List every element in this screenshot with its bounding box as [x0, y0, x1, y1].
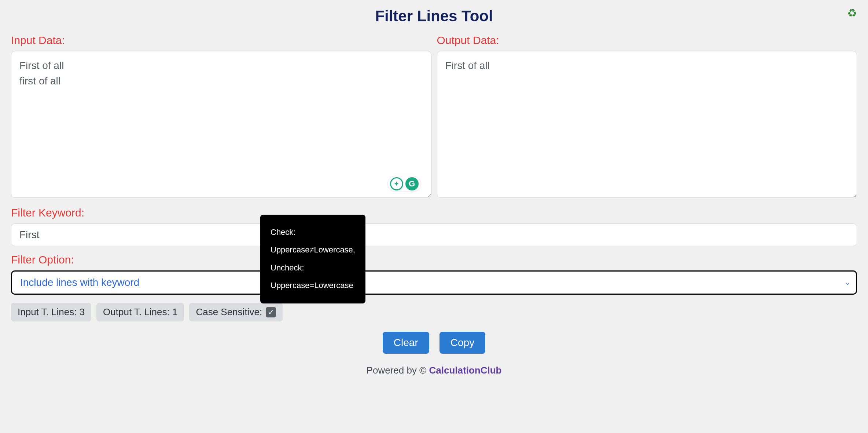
- case-sensitive-label: Case Sensitive:: [196, 306, 262, 318]
- recycle-icon[interactable]: ♻: [847, 7, 857, 19]
- case-sensitive-checkbox[interactable]: ✓: [266, 307, 276, 317]
- input-textarea[interactable]: [11, 51, 431, 198]
- case-sensitive-badge[interactable]: Case Sensitive: ✓: [189, 303, 283, 321]
- option-label: Filter Option:: [11, 254, 857, 266]
- footer-brand[interactable]: CalculationClub: [429, 365, 502, 376]
- input-label: Input Data:: [11, 34, 431, 47]
- grammarly-icon: G: [405, 177, 419, 190]
- keyword-input[interactable]: [11, 223, 857, 246]
- case-sensitive-tooltip: Check: Uppercase≠Lowercase, Uncheck: Upp…: [260, 215, 365, 303]
- footer: Powered by © CalculationClub: [11, 365, 857, 376]
- page-title: Filter Lines Tool: [11, 7, 857, 25]
- clear-button[interactable]: Clear: [383, 332, 429, 354]
- bulb-icon: ✦: [390, 177, 403, 190]
- input-lines-badge: Input T. Lines: 3: [11, 303, 91, 321]
- output-label: Output Data:: [437, 34, 857, 47]
- footer-text: Powered by ©: [367, 365, 429, 376]
- output-lines-badge: Output T. Lines: 1: [96, 303, 184, 321]
- output-textarea[interactable]: [437, 51, 857, 198]
- grammarly-widget[interactable]: ✦ G: [387, 176, 421, 192]
- copy-button[interactable]: Copy: [439, 332, 485, 354]
- keyword-label: Filter Keyword:: [11, 207, 857, 219]
- filter-option-select[interactable]: Include lines with keyword: [11, 270, 857, 295]
